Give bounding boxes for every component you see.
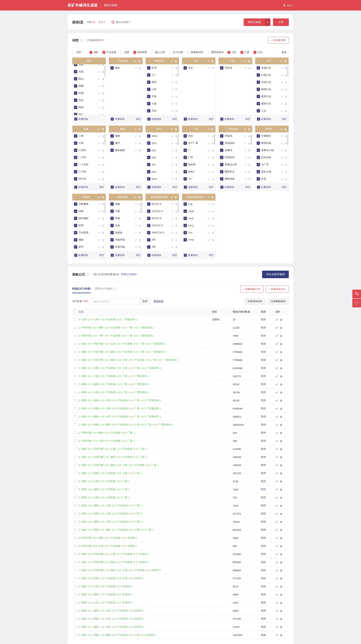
edit-icon[interactable] bbox=[276, 504, 278, 507]
edit-icon[interactable] bbox=[281, 110, 283, 112]
delete-icon[interactable] bbox=[175, 74, 178, 76]
item-checkbox[interactable]: ✓ bbox=[147, 102, 150, 105]
item-checkbox[interactable]: ✓ bbox=[184, 134, 187, 138]
edit-icon[interactable] bbox=[98, 210, 100, 212]
item-checkbox[interactable]: ✓ bbox=[184, 142, 187, 145]
edit-icon[interactable] bbox=[281, 74, 283, 76]
filter-效果疑问词[interactable]: 效果疑问词 bbox=[187, 50, 203, 54]
scrollbar-thumb[interactable] bbox=[287, 66, 288, 77]
delete-icon[interactable] bbox=[138, 135, 141, 137]
wordclass-item-list[interactable]: ✓低氮✓节能✓环保✓绿色✓低排放✓节能环保✓环保节能 bbox=[109, 200, 142, 251]
preview-link[interactable]: 预览 bbox=[261, 552, 276, 556]
item-checkbox[interactable]: ✓ bbox=[257, 95, 260, 98]
edit-icon[interactable] bbox=[281, 135, 283, 137]
delete-icon[interactable] bbox=[138, 128, 141, 130]
row-checkbox[interactable] bbox=[74, 318, 77, 321]
delete-icon[interactable] bbox=[102, 196, 104, 198]
item-checkbox[interactable]: ✓ bbox=[220, 170, 223, 174]
edit-icon[interactable] bbox=[98, 224, 100, 227]
preview-link[interactable]: 预览 bbox=[261, 423, 276, 426]
edit-icon[interactable] bbox=[276, 480, 278, 482]
edit-icon[interactable] bbox=[171, 178, 174, 180]
delete-icon[interactable] bbox=[138, 239, 141, 241]
preview-link[interactable]: 预览 bbox=[261, 326, 276, 329]
delete-icon[interactable] bbox=[212, 170, 214, 173]
delete-icon[interactable] bbox=[280, 456, 282, 458]
row-checkbox[interactable] bbox=[74, 415, 77, 418]
edit-icon[interactable] bbox=[276, 359, 278, 361]
wordclass-item-list[interactable]: ✓燃煤✓燃气✓燃生物质 bbox=[109, 132, 142, 183]
edit-icon[interactable] bbox=[281, 81, 283, 84]
edit-icon[interactable] bbox=[98, 99, 100, 102]
scrollbar-thumb[interactable] bbox=[141, 202, 142, 213]
edit-icon[interactable] bbox=[208, 217, 210, 220]
delete-icon[interactable] bbox=[212, 142, 214, 144]
preview-link[interactable]: 预览 bbox=[261, 447, 276, 451]
delete-icon[interactable] bbox=[175, 246, 178, 248]
delete-icon[interactable] bbox=[280, 594, 282, 596]
delete-icon[interactable] bbox=[102, 85, 104, 87]
delete-icon[interactable] bbox=[102, 142, 104, 144]
edit-icon[interactable] bbox=[276, 343, 278, 345]
edit-icon[interactable] bbox=[208, 224, 210, 227]
formula-rules-link[interactable]: 查看公式规则> bbox=[121, 273, 137, 276]
row-checkbox[interactable] bbox=[74, 391, 77, 394]
delete-icon[interactable] bbox=[280, 634, 282, 636]
edit-icon[interactable] bbox=[98, 246, 100, 248]
checkbox[interactable] bbox=[169, 51, 172, 54]
delete-icon[interactable] bbox=[175, 210, 178, 212]
delete-icon[interactable] bbox=[280, 610, 282, 612]
edit-icon[interactable] bbox=[280, 60, 283, 62]
preview-link[interactable]: 预览 bbox=[261, 577, 276, 580]
edit-icon[interactable] bbox=[171, 95, 174, 98]
wordclass-item-list[interactable]: ✓80万大卡✓120万大卡✓60万大卡✓200万大卡✓2000万大卡✓1吨✓2吨 bbox=[146, 200, 179, 251]
edit-icon[interactable] bbox=[276, 408, 278, 410]
edit-icon[interactable] bbox=[276, 626, 278, 628]
item-checkbox[interactable]: ✓ bbox=[220, 142, 223, 145]
edit-icon[interactable] bbox=[207, 128, 210, 130]
edit-icon[interactable] bbox=[208, 142, 210, 144]
edit-icon[interactable] bbox=[276, 577, 278, 580]
item-checkbox[interactable]: ✓ bbox=[184, 238, 187, 242]
checkbox[interactable] bbox=[120, 51, 123, 54]
row-checkbox[interactable] bbox=[74, 456, 77, 458]
item-checkbox[interactable]: ✓ bbox=[110, 231, 114, 234]
edit-icon[interactable] bbox=[276, 440, 278, 442]
delete-icon[interactable] bbox=[212, 164, 214, 166]
delete-icon[interactable] bbox=[175, 135, 178, 137]
edit-icon[interactable] bbox=[276, 351, 278, 353]
more-filters-link[interactable]: 更多∨ bbox=[278, 50, 289, 54]
item-checkbox[interactable]: ✓ bbox=[147, 156, 150, 159]
item-checkbox[interactable]: ✓ bbox=[220, 163, 223, 166]
edit-icon[interactable] bbox=[276, 529, 278, 531]
delete-icon[interactable] bbox=[138, 203, 141, 206]
preview-link[interactable]: 预览 bbox=[261, 496, 276, 499]
checkbox[interactable] bbox=[187, 51, 190, 54]
preview-link[interactable]: 预览 bbox=[261, 609, 276, 612]
clear-button[interactable]: 清空 bbox=[209, 186, 214, 189]
edit-icon[interactable] bbox=[276, 472, 278, 474]
edit-icon[interactable] bbox=[98, 164, 100, 166]
delete-icon[interactable] bbox=[280, 512, 282, 515]
edit-icon[interactable] bbox=[135, 224, 137, 227]
edit-icon[interactable] bbox=[276, 488, 278, 491]
edit-icon[interactable] bbox=[171, 135, 174, 137]
row-checkbox[interactable] bbox=[74, 561, 77, 564]
edit-icon[interactable] bbox=[281, 95, 283, 98]
delete-icon[interactable] bbox=[285, 88, 287, 91]
delete-icon[interactable] bbox=[280, 602, 282, 604]
item-checkbox[interactable]: ✓ bbox=[147, 202, 150, 206]
edit-icon[interactable] bbox=[98, 217, 100, 220]
delete-icon[interactable] bbox=[102, 99, 104, 102]
edit-icon[interactable] bbox=[276, 569, 278, 572]
delete-icon[interactable] bbox=[102, 246, 104, 248]
edit-icon[interactable] bbox=[276, 326, 278, 329]
edit-icon[interactable] bbox=[135, 67, 137, 69]
item-checkbox[interactable]: ✓ bbox=[147, 170, 150, 174]
nav-my-generator[interactable]: 我的生成器 bbox=[104, 4, 117, 7]
delete-icon[interactable] bbox=[212, 217, 214, 220]
delete-icon[interactable] bbox=[102, 210, 104, 212]
delete-icon[interactable] bbox=[212, 239, 214, 241]
delete-icon[interactable] bbox=[175, 156, 178, 159]
delete-icon[interactable] bbox=[248, 60, 250, 62]
